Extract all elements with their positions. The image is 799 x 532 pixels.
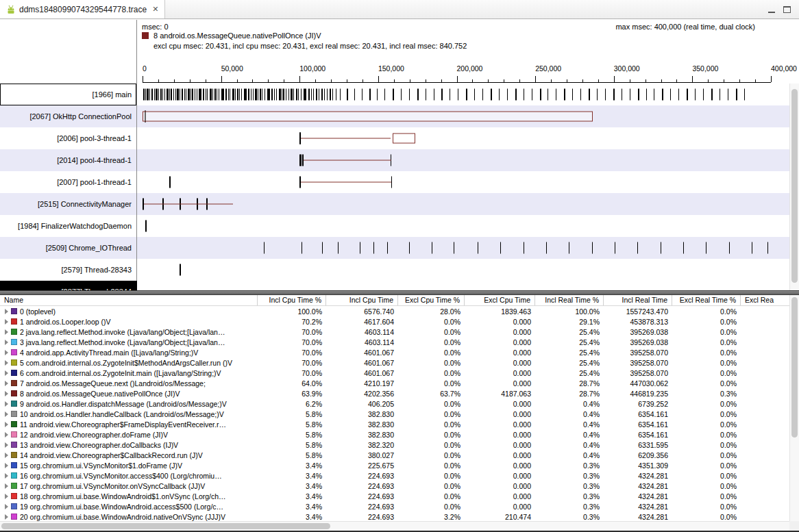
call-tick-mark[interactable] — [637, 242, 638, 254]
call-tick-mark[interactable] — [720, 89, 720, 101]
call-tick-mark[interactable] — [291, 89, 293, 101]
column-header[interactable]: Incl Cpu Time — [326, 295, 398, 305]
call-tick-mark[interactable] — [340, 89, 341, 101]
call-tick-mark[interactable] — [687, 89, 688, 101]
expand-arrow-icon[interactable] — [5, 504, 8, 509]
call-tick-mark[interactable] — [147, 89, 149, 101]
call-tick-mark[interactable] — [143, 89, 145, 101]
splitter[interactable] — [0, 290, 799, 295]
thread-label[interactable]: [2877] Thread-28344 — [0, 281, 137, 290]
call-tick-mark[interactable] — [248, 89, 249, 101]
expand-arrow-icon[interactable] — [5, 340, 8, 345]
timeline-scrollbar[interactable] — [789, 84, 799, 290]
call-tick-mark[interactable] — [279, 89, 281, 101]
call-tick-mark[interactable] — [156, 89, 158, 101]
call-tick-mark[interactable] — [296, 89, 297, 101]
call-tick-mark[interactable] — [354, 89, 355, 101]
call-tick-mark[interactable] — [482, 89, 483, 101]
call-span-mark[interactable] — [299, 133, 391, 144]
call-tick-mark[interactable] — [580, 89, 581, 101]
call-tick-mark[interactable] — [532, 89, 532, 101]
call-tick-mark[interactable] — [373, 242, 374, 254]
call-tick-mark[interactable] — [441, 89, 443, 101]
call-tick-mark[interactable] — [384, 89, 385, 101]
call-tick-mark[interactable] — [232, 89, 234, 101]
call-tick-mark[interactable] — [230, 89, 230, 101]
call-tick-mark[interactable] — [239, 89, 240, 101]
expand-arrow-icon[interactable] — [5, 473, 8, 479]
call-box-mark[interactable] — [393, 134, 415, 144]
call-tick-mark[interactable] — [308, 89, 310, 101]
call-tick-mark[interactable] — [158, 89, 159, 101]
call-tick-mark[interactable] — [736, 89, 737, 101]
call-tick-mark[interactable] — [267, 89, 269, 101]
thread-label[interactable]: [2515] ConnectivityManager — [0, 193, 137, 215]
call-box-mark[interactable] — [143, 112, 593, 122]
call-tick-mark[interactable] — [190, 89, 191, 101]
call-tick-mark[interactable] — [377, 89, 378, 101]
call-tick-mark[interactable] — [615, 242, 615, 254]
call-tick-mark[interactable] — [188, 89, 190, 101]
call-tick-mark[interactable] — [662, 89, 663, 101]
call-tick-mark[interactable] — [195, 89, 195, 101]
call-tick-mark[interactable] — [409, 242, 410, 254]
thread-label[interactable]: [2007] pool-1-thread-1 — [0, 171, 137, 193]
call-tick-mark[interactable] — [180, 89, 180, 101]
thread-label[interactable]: [1984] FinalizerWatchdogDaemon — [0, 215, 137, 237]
column-header[interactable]: Incl Cpu Time % — [258, 295, 326, 305]
call-tick-mark[interactable] — [217, 89, 217, 101]
call-tick-mark[interactable] — [613, 89, 615, 101]
thread-label[interactable]: [2014] pool-4-thread-1 — [0, 149, 137, 171]
expand-arrow-icon[interactable] — [5, 411, 8, 417]
call-tick-mark[interactable] — [458, 89, 458, 101]
expand-arrow-icon[interactable] — [5, 370, 8, 376]
call-tick-mark[interactable] — [703, 89, 704, 101]
call-tick-mark[interactable] — [210, 89, 212, 101]
call-tick-mark[interactable] — [184, 89, 185, 101]
expand-arrow-icon[interactable] — [5, 453, 8, 458]
call-tick-mark[interactable] — [160, 89, 162, 101]
call-tick-mark[interactable] — [274, 89, 275, 101]
call-tick-mark[interactable] — [332, 89, 333, 101]
expand-arrow-icon[interactable] — [5, 401, 8, 407]
call-tick-mark[interactable] — [752, 242, 752, 254]
call-tick-mark[interactable] — [360, 242, 360, 254]
call-tick-mark[interactable] — [293, 89, 294, 101]
call-tick-mark[interactable] — [347, 89, 348, 101]
profile-row[interactable]: 18 org.chromium.ui.base.WindowAndroid$1.… — [0, 491, 799, 501]
call-tick-mark[interactable] — [589, 89, 590, 101]
call-span-mark[interactable] — [299, 177, 391, 188]
column-header[interactable]: Excl Real Time % — [672, 295, 741, 305]
call-tick-mark[interactable] — [182, 89, 183, 101]
thread-label[interactable]: [2509] Chrome_IOThread — [0, 237, 137, 259]
call-tick-mark[interactable] — [316, 89, 317, 101]
call-tick-mark[interactable] — [260, 89, 261, 101]
call-tick-mark[interactable] — [304, 89, 306, 101]
profile-row[interactable]: 7 android.os.MessageQueue.next ()Landroi… — [0, 378, 799, 388]
call-tick-mark[interactable] — [569, 242, 569, 254]
call-tick-mark[interactable] — [299, 155, 302, 166]
thread-label[interactable]: [2579] Thread-28343 — [0, 259, 137, 281]
call-tick-mark[interactable] — [622, 89, 622, 101]
call-tick-mark[interactable] — [223, 89, 224, 101]
call-tick-mark[interactable] — [572, 89, 573, 101]
call-tick-mark[interactable] — [646, 89, 647, 101]
timeline-ruler[interactable]: 050,000100,000150,000200,000250,000300,0… — [137, 62, 799, 83]
call-tick-mark[interactable] — [258, 89, 258, 101]
call-tick-mark[interactable] — [253, 89, 254, 101]
call-tick-mark[interactable] — [265, 89, 265, 101]
call-tick-mark[interactable] — [515, 89, 517, 101]
expand-arrow-icon[interactable] — [5, 494, 8, 499]
column-header[interactable]: Excl Cpu Time % — [398, 295, 465, 305]
call-tick-mark[interactable] — [401, 89, 402, 101]
call-tick-mark[interactable] — [540, 89, 541, 101]
call-tick-mark[interactable] — [454, 242, 454, 254]
profile-row[interactable]: 14 android.view.Choreographer$CallbackRe… — [0, 450, 799, 460]
call-tick-mark[interactable] — [219, 89, 219, 101]
expand-arrow-icon[interactable] — [5, 432, 8, 438]
thread-label[interactable]: [1966] main — [0, 84, 137, 105]
call-tick-mark[interactable] — [322, 242, 323, 254]
column-header[interactable]: Name — [0, 295, 258, 305]
call-tick-mark[interactable] — [192, 89, 193, 101]
expand-arrow-icon[interactable] — [5, 319, 8, 325]
